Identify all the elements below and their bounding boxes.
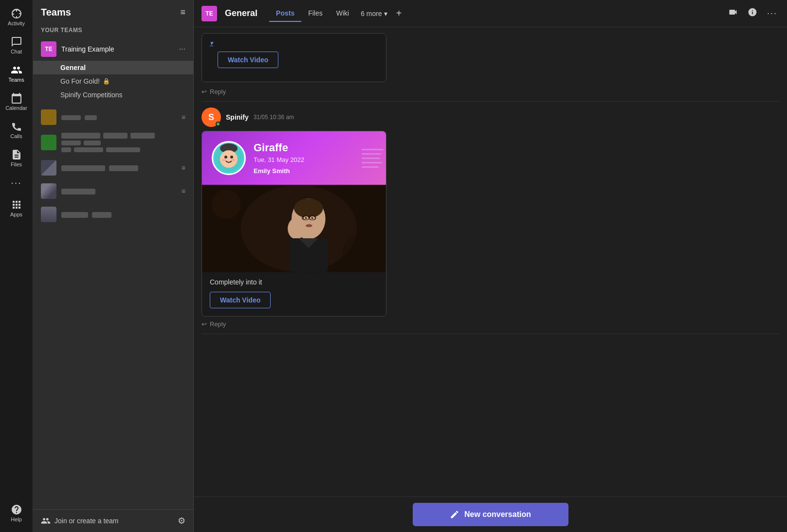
tab-files[interactable]: Files	[301, 5, 329, 22]
team-more-icon[interactable]: ···	[179, 45, 185, 53]
tab-posts[interactable]: Posts	[269, 5, 301, 22]
svg-point-10	[294, 198, 323, 218]
online-indicator	[216, 122, 220, 126]
svg-point-19	[306, 217, 307, 218]
svg-point-18	[311, 217, 313, 219]
other-teams-list: ≡	[33, 106, 193, 509]
svg-point-21	[306, 224, 312, 227]
team-name-te: Training Example	[61, 45, 174, 53]
reply-label-top: Reply	[210, 88, 226, 95]
partial-card-body: ▾ Watch Video	[202, 34, 386, 82]
spinify-initial: S	[208, 112, 214, 123]
channel-general[interactable]: General	[33, 61, 193, 74]
partial-card-top-text: ▾	[210, 35, 378, 47]
chat-area: ▾ Watch Video ↩ Reply S Spinify 31/05 10…	[194, 27, 787, 497]
channel-spinify[interactable]: Spinify Competitions	[33, 88, 193, 102]
svg-point-6	[232, 159, 236, 161]
join-create-label: Join or create a team	[55, 517, 119, 525]
other-team-3[interactable]: ≡	[33, 156, 193, 179]
tab-more[interactable]: 6 more ▾	[356, 6, 392, 21]
card-user: Emily Smith	[254, 167, 304, 175]
other-team-more-4: ≡	[182, 187, 185, 195]
new-conversation-button[interactable]: New conversation	[413, 503, 568, 526]
sidebar-item-calls[interactable]: Calls	[0, 117, 33, 143]
other-team-1[interactable]: ≡	[33, 106, 193, 129]
sidebar-footer: Join or create a team ⚙	[33, 509, 193, 532]
info-icon[interactable]	[746, 5, 759, 21]
svg-point-3	[224, 156, 227, 159]
calendar-label: Calendar	[5, 105, 27, 111]
channel-go-for-gold[interactable]: Go For Gold! 🔒	[33, 74, 193, 88]
svg-point-5	[222, 159, 226, 161]
chat-label: Chat	[11, 49, 22, 54]
channel-logo: TE	[201, 6, 217, 21]
other-team-name-1	[61, 114, 177, 121]
add-tab-button[interactable]: +	[392, 6, 406, 21]
icon-bar-bottom: Help	[0, 500, 33, 532]
other-team-2-content	[61, 133, 185, 152]
sidebar-item-files[interactable]: Files	[0, 145, 33, 171]
reply-arrow-icon: ↩	[201, 88, 207, 95]
card-subtitle: Tue, 31 May 2022	[254, 156, 304, 163]
msg-content-spinify: Giraffe Tue, 31 May 2022 Emily Smith	[201, 131, 779, 317]
other-team-name-4	[61, 188, 177, 195]
watch-video-button-top[interactable]: Watch Video	[218, 52, 278, 68]
chevron-down-icon: ▾	[384, 10, 387, 18]
other-team-5[interactable]	[33, 203, 193, 226]
sidebar: Teams ≡ Your teams TE Training Example ·…	[33, 0, 194, 532]
channel-name-gfg: Go For Gold!	[60, 77, 100, 85]
card-caption: Completely into it	[202, 272, 386, 290]
other-team-avatar-2	[41, 135, 56, 150]
sidebar-item-apps[interactable]: Apps	[0, 195, 33, 221]
reply-button-top[interactable]: ↩ Reply	[201, 84, 779, 95]
other-team-more-3: ≡	[182, 164, 185, 172]
sidebar-item-chat[interactable]: Chat	[0, 32, 33, 58]
icon-bar: Activity Chat Teams Calendar Calls Files…	[0, 0, 33, 532]
spinify-card-body: Completely into it Watch Video	[202, 185, 386, 316]
spinify-avatar: S	[201, 107, 221, 127]
more-options-icon[interactable]: ···	[765, 6, 779, 20]
new-conversation-label: New conversation	[464, 510, 531, 519]
your-teams-label: Your teams	[33, 25, 193, 37]
tab-wiki[interactable]: Wiki	[329, 5, 356, 22]
other-team-4[interactable]: ≡	[33, 179, 193, 203]
reply-button-spinify[interactable]: ↩ Reply	[201, 317, 779, 328]
video-call-icon[interactable]	[726, 5, 740, 21]
channel-name-spinify: Spinify Competitions	[60, 91, 123, 99]
team-avatar-te: TE	[41, 41, 56, 57]
partial-link[interactable]: ▾	[210, 39, 213, 47]
card-image	[202, 185, 386, 272]
sidebar-item-teams[interactable]: Teams	[0, 60, 33, 87]
card-info: Giraffe Tue, 31 May 2022 Emily Smith	[254, 142, 304, 175]
other-team-avatar-4	[41, 183, 56, 199]
other-team-name-3	[61, 164, 177, 172]
msg-sender-spinify: Spinify	[226, 113, 249, 121]
svg-point-23	[342, 233, 381, 272]
channel-title: General	[225, 8, 257, 18]
help-label: Help	[11, 516, 22, 522]
sidebar-item-help[interactable]: Help	[0, 500, 33, 526]
msg-timestamp-spinify: 31/05 10:36 am	[254, 114, 294, 121]
spinify-card-header: Giraffe Tue, 31 May 2022 Emily Smith	[202, 131, 386, 185]
other-team-avatar-1	[41, 109, 56, 125]
settings-icon[interactable]: ⚙	[178, 515, 185, 526]
join-create-team[interactable]: Join or create a team	[41, 516, 119, 526]
sidebar-item-more[interactable]: ···	[0, 173, 33, 193]
reply-arrow-icon-2: ↩	[201, 320, 207, 328]
team-training-example[interactable]: TE Training Example ···	[33, 37, 193, 61]
other-team-avatar-3	[41, 160, 56, 176]
sidebar-item-calendar[interactable]: Calendar	[0, 89, 33, 115]
giraffe-avatar	[212, 141, 246, 175]
sidebar-title: Teams	[41, 7, 71, 18]
new-conversation-bar: New conversation	[194, 497, 787, 532]
svg-point-11	[288, 218, 305, 239]
other-team-2[interactable]	[33, 129, 193, 156]
topbar-tabs: Posts Files Wiki 6 more ▾ +	[269, 5, 405, 22]
filter-icon[interactable]: ≡	[180, 7, 185, 18]
topbar: TE General Posts Files Wiki 6 more ▾ +	[194, 0, 787, 27]
sidebar-item-activity[interactable]: Activity	[0, 4, 33, 30]
watch-video-button-main[interactable]: Watch Video	[210, 292, 271, 308]
activity-label: Activity	[8, 20, 25, 26]
calls-label: Calls	[10, 133, 22, 139]
main-content: TE General Posts Files Wiki 6 more ▾ +	[194, 0, 787, 532]
